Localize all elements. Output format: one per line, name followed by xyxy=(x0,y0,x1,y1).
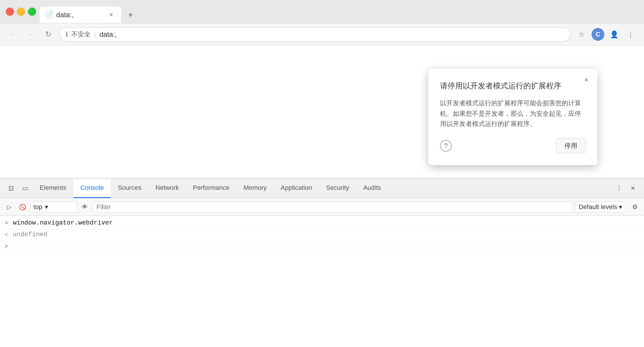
inspect-element-button[interactable]: ⊡ xyxy=(5,182,17,195)
browser-tab[interactable]: 📄 data:, × xyxy=(40,7,121,23)
dialog-body: 以开发者模式运行的扩展程序可能会损害您的计算机。如果您不是开发者，那么，为安全起… xyxy=(440,98,586,129)
tab-security[interactable]: Security xyxy=(319,178,356,198)
console-toolbar: ▷ 🚫 top ▾ 👁 Default levels ▾ ⚙ xyxy=(0,198,644,216)
console-prompt-arrow: > xyxy=(5,243,10,250)
devtools-more-button[interactable]: ⋮ xyxy=(613,182,625,195)
nav-bar: ← → ↻ ℹ 不安全 | data:, ☆ C 👤 ⋮ xyxy=(0,23,644,45)
main-content: × 请停用以开发者模式运行的扩展程序 以开发者模式运行的扩展程序可能会损害您的计… xyxy=(0,45,644,178)
forward-button[interactable]: → xyxy=(24,28,37,41)
tab-sources-label: Sources xyxy=(118,184,141,192)
back-button[interactable]: ← xyxy=(7,28,20,41)
menu-button[interactable]: ⋮ xyxy=(624,28,637,41)
tab-title: data:, xyxy=(56,11,74,19)
dialog-overlay: × 请停用以开发者模式运行的扩展程序 以开发者模式运行的扩展程序可能会损害您的计… xyxy=(0,45,644,178)
browser-window: 📄 data:, × + ← → ↻ ℹ 不安全 | data:, ☆ C 👤 … xyxy=(0,0,644,347)
tab-application-label: Application xyxy=(281,184,312,192)
chevron-down-icon: ▾ xyxy=(45,203,48,211)
tab-elements[interactable]: Elements xyxy=(33,178,73,198)
filter-input[interactable] xyxy=(93,201,573,213)
bookmark-button[interactable]: ☆ xyxy=(575,28,588,41)
new-tab-button[interactable]: + xyxy=(124,8,138,22)
run-icon: ▷ xyxy=(7,204,11,211)
console-settings-button[interactable]: ⚙ xyxy=(629,201,641,213)
console-line-return: < undefined xyxy=(0,230,644,241)
account-button[interactable]: 👤 xyxy=(608,28,621,41)
tab-elements-label: Elements xyxy=(40,184,66,192)
tab-favicon: 📄 xyxy=(45,11,53,19)
close-icon: × xyxy=(631,184,635,193)
nav-right-controls: ☆ C 👤 ⋮ xyxy=(575,28,637,41)
reload-button[interactable]: ↻ xyxy=(42,28,55,41)
tab-application[interactable]: Application xyxy=(274,178,319,198)
console-content: > window.navigator.webdriver < undefined… xyxy=(0,216,644,347)
tab-bar: 📄 data:, × + xyxy=(40,0,638,23)
inspect-icon: ⊡ xyxy=(8,185,14,192)
dialog-footer: ? 停用 xyxy=(440,138,586,153)
context-label: top xyxy=(34,203,43,211)
profile-avatar[interactable]: C xyxy=(592,28,604,41)
tab-audits[interactable]: Audits xyxy=(356,178,388,198)
devtools-close-button[interactable]: × xyxy=(627,182,639,195)
levels-chevron-icon: ▾ xyxy=(619,203,622,211)
settings-icon: ⚙ xyxy=(632,203,638,211)
console-line-input: > window.navigator.webdriver xyxy=(0,218,644,230)
dialog-help-button[interactable]: ? xyxy=(440,140,452,152)
close-traffic-light[interactable] xyxy=(6,8,14,16)
not-secure-label: 不安全 xyxy=(71,30,91,39)
no-errors-icon: 🚫 xyxy=(19,204,26,211)
default-levels-dropdown[interactable]: Default levels ▾ xyxy=(575,201,626,213)
context-dropdown[interactable]: top ▾ xyxy=(30,201,77,213)
console-return-arrow: < xyxy=(5,231,10,238)
tab-sources[interactable]: Sources xyxy=(111,178,148,198)
tab-memory-label: Memory xyxy=(244,184,267,192)
address-bar[interactable]: ℹ 不安全 | data:, xyxy=(59,27,571,41)
tab-audits-label: Audits xyxy=(363,184,381,192)
device-icon: ▭ xyxy=(22,185,28,192)
security-info-icon: ℹ xyxy=(66,31,68,38)
dialog-disable-button[interactable]: 停用 xyxy=(556,138,586,153)
tab-network-label: Network xyxy=(155,184,179,192)
address-separator: | xyxy=(94,30,96,38)
tab-network[interactable]: Network xyxy=(148,178,186,198)
dialog-title: 请停用以开发者模式运行的扩展程序 xyxy=(440,80,586,91)
devtools-panel: ⊡ ▭ Elements Console Sources Network xyxy=(0,178,644,347)
tab-performance-label: Performance xyxy=(193,184,230,192)
traffic-lights xyxy=(6,8,36,16)
tab-memory[interactable]: Memory xyxy=(237,178,274,198)
console-line-prompt[interactable]: > xyxy=(0,241,644,253)
tab-security-label: Security xyxy=(326,184,349,192)
dialog-close-button[interactable]: × xyxy=(581,75,592,85)
eye-icon: 👁 xyxy=(82,203,88,211)
console-input-text: window.navigator.webdriver xyxy=(13,219,113,227)
address-url: data:, xyxy=(99,30,117,38)
console-run-button[interactable]: ▷ xyxy=(3,201,15,213)
title-bar: 📄 data:, × + xyxy=(0,0,644,23)
developer-mode-dialog: × 请停用以开发者模式运行的扩展程序 以开发者模式运行的扩展程序可能会损害您的计… xyxy=(428,69,597,165)
default-levels-label: Default levels xyxy=(579,203,617,211)
console-return-text: undefined xyxy=(13,231,47,238)
eye-button[interactable]: 👁 xyxy=(79,201,90,213)
more-icon: ⋮ xyxy=(616,185,622,192)
devtools-tabs: Elements Console Sources Network Perform… xyxy=(33,178,611,198)
console-no-errors-button[interactable]: 🚫 xyxy=(17,201,28,213)
maximize-traffic-light[interactable] xyxy=(28,8,36,16)
tab-console[interactable]: Console xyxy=(73,178,111,198)
devtools-toolbar: ⊡ ▭ Elements Console Sources Network xyxy=(0,178,644,198)
tab-performance[interactable]: Performance xyxy=(186,178,237,198)
device-mode-button[interactable]: ▭ xyxy=(19,182,31,195)
minimize-traffic-light[interactable] xyxy=(17,8,25,16)
tab-close-button[interactable]: × xyxy=(107,11,115,19)
console-input-arrow: > xyxy=(5,219,10,227)
tab-console-label: Console xyxy=(80,184,104,192)
